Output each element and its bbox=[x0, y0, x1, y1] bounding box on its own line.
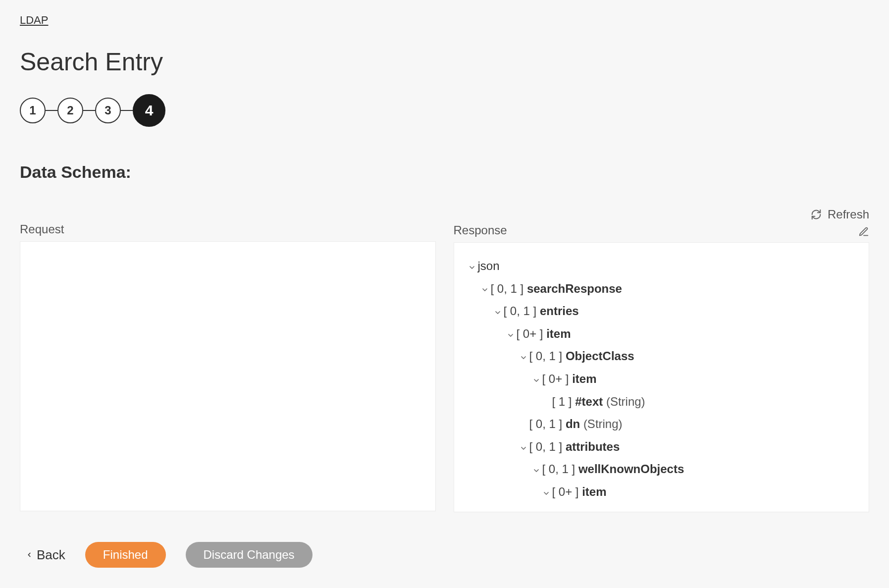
step-connector bbox=[121, 110, 133, 111]
refresh-label: Refresh bbox=[828, 208, 869, 221]
response-column: Response Refresh json[ 0, 1 ] searchResp… bbox=[454, 208, 870, 512]
tree-node-label: [ 0, 1 ] attributes bbox=[529, 440, 620, 453]
tree-node[interactable]: [ 0+ ] item bbox=[468, 368, 857, 390]
tree-node[interactable]: [ 0, 1 ] ObjectClass bbox=[468, 345, 857, 368]
tree-node[interactable]: [ 0, 1 ] searchResponse bbox=[468, 277, 857, 300]
tree-node[interactable]: [ 0, 1 ] attributes bbox=[468, 435, 857, 458]
finished-button[interactable]: Finished bbox=[85, 542, 166, 568]
step-connector bbox=[83, 110, 95, 111]
chevron-down-icon[interactable] bbox=[520, 349, 529, 366]
tree-node-label: json bbox=[478, 259, 500, 272]
chevron-down-icon[interactable] bbox=[532, 462, 542, 479]
tree-node-label: [ 0, 1 ] searchResponse bbox=[491, 282, 622, 295]
tree-node-label: [ 0+ ] item bbox=[517, 327, 571, 340]
section-title: Data Schema: bbox=[20, 162, 869, 182]
tree-node[interactable]: [ 0+ ] item bbox=[468, 481, 857, 503]
chevron-down-icon[interactable] bbox=[481, 281, 491, 298]
discard-changes-button[interactable]: Discard Changes bbox=[186, 542, 313, 568]
refresh-button[interactable]: Refresh bbox=[811, 208, 869, 221]
breadcrumb-ldap[interactable]: LDAP bbox=[20, 14, 48, 27]
tree-node-label: [ 0+ ] item bbox=[552, 485, 607, 498]
edit-icon[interactable] bbox=[858, 226, 869, 237]
tree-node-label: [ 0, 1 ] ObjectClass bbox=[529, 349, 634, 363]
tree-node-label: [ 0, 1 ] entries bbox=[504, 304, 579, 318]
tree-node-label: [ 0, 1 ] dn (String) bbox=[529, 417, 623, 430]
response-label: Response bbox=[454, 223, 507, 237]
step-1[interactable]: 1 bbox=[20, 98, 46, 123]
tree-node[interactable]: [ 0+ ] item bbox=[468, 322, 857, 345]
tree-node-label: [ 1 ] #text (String) bbox=[552, 395, 645, 408]
chevron-down-icon[interactable] bbox=[520, 439, 529, 456]
chevron-left-icon bbox=[26, 547, 33, 563]
step-4[interactable]: 4 bbox=[133, 94, 165, 127]
back-button[interactable]: Back bbox=[26, 547, 65, 563]
back-label: Back bbox=[37, 547, 65, 563]
request-column: Request bbox=[20, 208, 436, 512]
tree-node[interactable]: [ 0, 1 ] wellKnownObjects bbox=[468, 458, 857, 481]
stepper: 1 2 3 4 bbox=[20, 94, 869, 127]
tree-node-label: [ 0, 1 ] wellKnownObjects bbox=[542, 462, 684, 476]
request-panel[interactable] bbox=[20, 241, 436, 511]
step-2[interactable]: 2 bbox=[57, 98, 83, 123]
tree-node[interactable]: [ 0, 1 ] dn (String) bbox=[468, 413, 857, 435]
refresh-icon bbox=[811, 209, 822, 220]
page-title: Search Entry bbox=[20, 48, 869, 76]
chevron-down-icon[interactable] bbox=[468, 259, 478, 275]
step-3[interactable]: 3 bbox=[95, 98, 121, 123]
tree-node[interactable]: json bbox=[468, 255, 857, 277]
chevron-down-icon[interactable] bbox=[532, 372, 542, 388]
response-panel[interactable]: json[ 0, 1 ] searchResponse[ 0, 1 ] entr… bbox=[454, 242, 870, 512]
tree-node-label: [ 0+ ] item bbox=[542, 372, 597, 385]
request-label: Request bbox=[20, 222, 64, 236]
tree-node[interactable]: [ 1 ] #text (String) bbox=[468, 390, 857, 413]
step-connector bbox=[46, 110, 57, 111]
chevron-down-icon[interactable] bbox=[507, 326, 517, 343]
tree-node[interactable]: [ 0, 1 ] entries bbox=[468, 300, 857, 322]
chevron-down-icon[interactable] bbox=[542, 484, 552, 501]
chevron-down-icon[interactable] bbox=[494, 304, 504, 321]
